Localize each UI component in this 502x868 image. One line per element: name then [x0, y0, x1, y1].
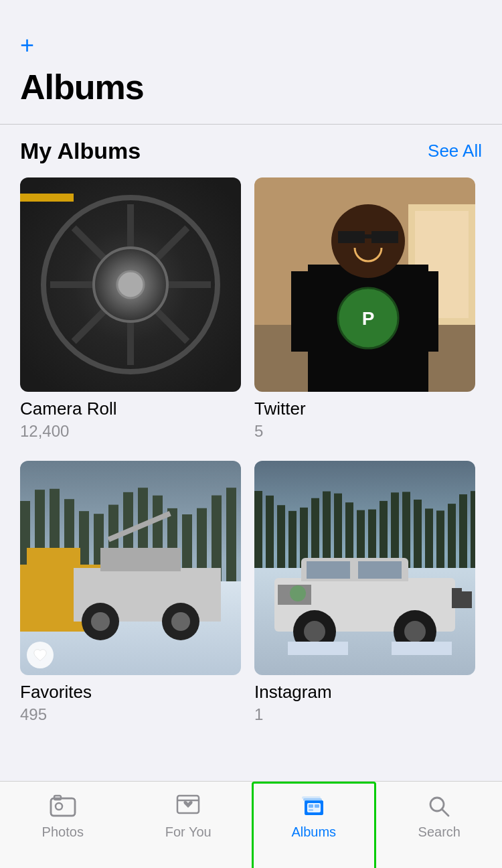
page-title: Albums	[20, 67, 482, 107]
search-icon	[424, 791, 454, 820]
tab-search[interactable]: Search	[377, 791, 503, 840]
albums-icon	[299, 791, 329, 820]
heart-icon	[33, 648, 48, 662]
album-thumb-instagram	[254, 461, 475, 675]
tab-albums[interactable]: Albums	[251, 791, 377, 840]
album-name-favorites: Favorites	[20, 682, 241, 703]
tab-for-you[interactable]: For You	[126, 791, 252, 840]
svg-rect-9	[309, 804, 313, 808]
album-row-2: Favorites 495 Instagram 1 P 10	[20, 461, 482, 724]
tab-bar: Photos For You	[0, 781, 502, 868]
canvas-camera-roll	[20, 177, 241, 392]
album-thumb-camera-roll	[20, 177, 241, 392]
photos-icon	[48, 791, 78, 820]
heart-badge	[27, 642, 54, 668]
album-name-instagram: Instagram	[254, 682, 475, 703]
svg-rect-6	[305, 800, 323, 815]
see-all-button[interactable]: See All	[428, 141, 482, 161]
tab-photos-label: Photos	[42, 824, 84, 840]
header: + Albums	[0, 0, 502, 114]
svg-rect-8	[307, 803, 321, 812]
svg-rect-10	[315, 804, 319, 808]
album-name-camera-roll: Camera Roll	[20, 399, 241, 419]
content: My Albums See All Camera Roll 12,400 Twi…	[0, 125, 502, 724]
tab-for-you-label: For You	[165, 824, 212, 840]
album-count-instagram: 1	[254, 705, 475, 724]
svg-line-15	[442, 809, 448, 816]
search-svg-icon	[426, 794, 452, 818]
album-item-favorites[interactable]: Favorites 495	[20, 461, 241, 724]
svg-rect-11	[309, 809, 313, 811]
photos-svg-icon	[50, 794, 76, 817]
section-title: My Albums	[20, 138, 141, 164]
add-button[interactable]: +	[20, 33, 34, 58]
canvas-instagram	[254, 461, 475, 675]
svg-rect-7	[305, 800, 323, 815]
tab-search-label: Search	[418, 824, 461, 840]
for-you-icon	[173, 791, 203, 820]
albums-svg-icon	[301, 794, 327, 818]
album-row-1: Camera Roll 12,400 Twitter 5 P 7	[20, 177, 482, 441]
album-count-favorites: 495	[20, 705, 241, 724]
album-count-twitter: 5	[254, 422, 475, 441]
canvas-twitter	[254, 177, 475, 392]
album-count-camera-roll: 12,400	[20, 422, 241, 441]
svg-point-2	[56, 803, 62, 810]
tab-photos[interactable]: Photos	[0, 791, 126, 840]
section-header: My Albums See All	[20, 138, 482, 164]
tab-albums-label: Albums	[291, 824, 336, 840]
canvas-favorites	[20, 461, 241, 675]
album-name-twitter: Twitter	[254, 399, 475, 419]
for-you-svg-icon	[175, 794, 201, 817]
album-thumb-twitter	[254, 177, 475, 392]
album-item-twitter[interactable]: Twitter 5	[254, 177, 475, 441]
svg-rect-13	[302, 796, 321, 799]
svg-rect-12	[303, 798, 322, 801]
album-thumb-favorites	[20, 461, 241, 675]
album-item-camera-roll[interactable]: Camera Roll 12,400	[20, 177, 241, 441]
album-item-instagram[interactable]: Instagram 1	[254, 461, 475, 724]
